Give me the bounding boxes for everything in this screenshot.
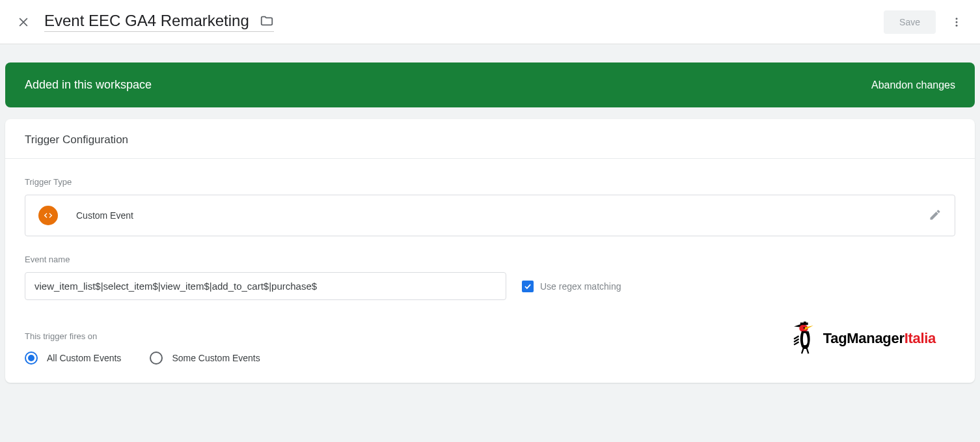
brand-watermark: TagManagerItalia [788, 322, 936, 355]
workspace-status-banner: Added in this workspace Abandon changes [5, 62, 975, 107]
radio-button[interactable] [150, 352, 163, 365]
custom-event-icon [38, 206, 58, 225]
radio-button[interactable] [25, 352, 38, 365]
event-name-label: Event name [25, 255, 955, 264]
status-text: Added in this workspace [25, 78, 152, 92]
content-area: Added in this workspace Abandon changes … [0, 44, 980, 442]
trigger-type-label: Trigger Type [25, 177, 955, 187]
folder-icon[interactable] [260, 14, 274, 28]
page-header: Event EEC GA4 Remarketing Save [0, 0, 980, 44]
edit-trigger-type-button[interactable] [929, 208, 942, 223]
trigger-type-name: Custom Event [76, 210, 133, 221]
save-button[interactable]: Save [884, 10, 936, 34]
svg-point-2 [956, 24, 958, 26]
page-title: Event EEC GA4 Remarketing [44, 12, 249, 30]
regex-checkbox[interactable] [522, 281, 534, 292]
close-icon [17, 16, 30, 29]
woodpecker-icon [788, 322, 819, 355]
checkmark-icon [523, 282, 532, 291]
radio-some-custom-events[interactable]: Some Custom Events [150, 352, 260, 365]
watermark-text: TagManagerItalia [823, 330, 936, 347]
regex-checkbox-wrap[interactable]: Use regex matching [522, 281, 621, 292]
radio-all-custom-events[interactable]: All Custom Events [25, 352, 121, 365]
more-menu-button[interactable] [941, 7, 972, 38]
trigger-config-card: Trigger Configuration Trigger Type Custo… [5, 119, 975, 383]
card-title: Trigger Configuration [5, 119, 975, 159]
svg-point-1 [956, 21, 958, 23]
more-vert-icon [951, 16, 962, 28]
svg-rect-5 [804, 322, 806, 323]
event-name-section: Event name Use regex matching [5, 236, 975, 300]
abandon-changes-button[interactable]: Abandon changes [871, 79, 955, 91]
close-button[interactable] [8, 7, 39, 38]
trigger-type-selector[interactable]: Custom Event [25, 195, 955, 236]
radio-label: Some Custom Events [172, 353, 260, 363]
title-input-wrap[interactable]: Event EEC GA4 Remarketing [44, 12, 274, 32]
pencil-icon [929, 208, 942, 221]
svg-point-0 [956, 18, 958, 20]
svg-point-6 [803, 327, 804, 328]
event-name-input[interactable] [25, 272, 506, 300]
radio-label: All Custom Events [47, 353, 121, 363]
trigger-type-section: Trigger Type Custom Event [5, 159, 975, 236]
regex-checkbox-label: Use regex matching [540, 281, 621, 292]
